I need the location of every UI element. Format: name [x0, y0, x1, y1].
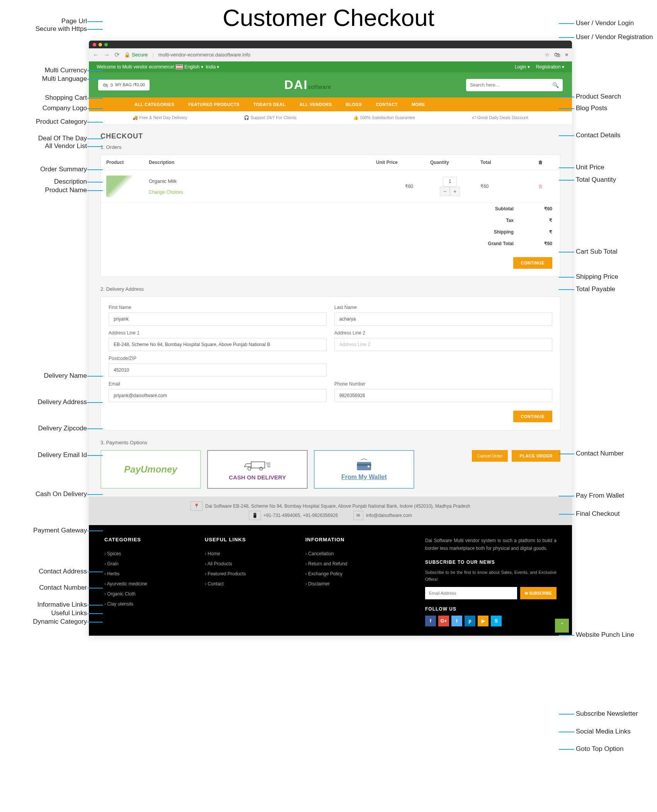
register-link[interactable]: Registration ▾ — [536, 64, 564, 70]
nav-all-vendors[interactable]: ALL VENDORS — [293, 97, 339, 111]
info-link[interactable]: Exchange Policy — [305, 569, 390, 579]
useful-link[interactable]: Featured Products — [205, 569, 290, 579]
social-icon[interactable]: t — [451, 616, 462, 626]
useful-link[interactable]: Contact — [205, 579, 290, 589]
category-link[interactable]: Clay utensils — [104, 599, 189, 609]
step1-title: 1. Orders — [100, 144, 560, 150]
subscribe-input[interactable] — [425, 587, 517, 599]
continue-orders-button[interactable]: CONTINUE — [513, 257, 552, 269]
annotation-label: Product Search — [576, 93, 621, 101]
shopping-cart[interactable]: 🛍 0 MY BAG /₹0.00 — [98, 80, 150, 90]
back-icon[interactable]: ← — [93, 51, 99, 58]
address2-input[interactable] — [334, 338, 552, 351]
annotation-label: Product Category — [36, 118, 87, 126]
annotation-label: Pay From Wallet — [576, 492, 624, 500]
goto-top-button[interactable]: ˄ — [555, 619, 569, 633]
cancel-order-button[interactable]: Cancel Order — [472, 450, 508, 462]
company-logo[interactable]: DAIsoftware — [284, 78, 332, 92]
footer-contact-strip: 📍 Dai Software EB-248, Scheme No 94, Bom… — [89, 496, 572, 525]
subscribe-heading: SUBSCRIBE TO OUR NEWS — [425, 560, 557, 565]
menu-icon[interactable]: ≡ — [565, 52, 568, 58]
annotation-label: Cart Sub Total — [576, 248, 617, 256]
social-icon[interactable]: S — [491, 616, 502, 626]
phone-icon: 📱 — [249, 511, 261, 520]
site-header: 🛍 0 MY BAG /₹0.00 DAIsoftware 🔍 — [89, 72, 572, 97]
nav-todays-deal[interactable]: TODAYS DEAL — [247, 97, 293, 111]
th-qty: Quantity — [425, 155, 475, 170]
product-search[interactable]: 🔍 — [466, 79, 563, 91]
annotation-label: Unit Price — [576, 164, 604, 171]
phone-input[interactable] — [334, 389, 552, 402]
social-icon[interactable]: f — [425, 616, 436, 626]
unit-price: ₹60 — [371, 170, 425, 203]
nav-contact[interactable]: CONTACT — [369, 97, 404, 111]
lastname-input[interactable] — [334, 312, 552, 326]
main-nav: ALL CATEGORIES FEATURED PRODUCTS TODAYS … — [89, 97, 572, 111]
info-link[interactable]: Return and Refund — [305, 559, 390, 569]
search-input[interactable] — [470, 82, 552, 88]
social-icon[interactable]: G+ — [438, 616, 449, 626]
login-link[interactable]: Login ▾ — [515, 64, 530, 70]
nav-featured[interactable]: FEATURED PRODUCTS — [181, 97, 246, 111]
useful-link[interactable]: Home — [205, 549, 290, 559]
email-input[interactable] — [109, 389, 327, 402]
payment-cod[interactable]: CASH ON DELIVERY — [207, 450, 308, 489]
category-link[interactable]: Spices — [104, 549, 189, 559]
nav-all-categories[interactable]: ALL CATEGORIES — [128, 97, 181, 111]
payment-payu[interactable]: PayUmoney — [100, 450, 201, 489]
annotation-label: Website Punch Line — [576, 631, 634, 639]
max-dot[interactable] — [104, 43, 108, 46]
phone-label: Phone Number — [334, 381, 552, 387]
min-dot[interactable] — [99, 43, 102, 46]
categories-heading: CATEGORIES — [104, 537, 189, 542]
remove-item-icon[interactable]: 🗑 — [538, 184, 543, 189]
annotation-label: Delivery Address — [37, 398, 87, 406]
nav-blogs[interactable]: BLOGS — [339, 97, 369, 111]
change-choices-link[interactable]: Change Choices — [149, 189, 365, 195]
useful-link[interactable]: All Products — [205, 559, 290, 569]
category-link[interactable]: Grain — [104, 559, 189, 569]
place-order-button[interactable]: PLACE ORDER — [512, 450, 560, 462]
zip-input[interactable] — [109, 363, 327, 377]
subscribe-button[interactable]: ✉ SUBSCRIBE — [520, 587, 557, 599]
info-link[interactable]: Disclaimer — [305, 579, 390, 589]
th-desc: Description — [143, 155, 371, 170]
nav-more[interactable]: MORE — [405, 97, 432, 111]
chevron-down-icon: ▾ — [201, 64, 203, 70]
qty-minus-button[interactable]: − — [440, 187, 450, 196]
close-dot[interactable] — [93, 43, 96, 46]
firstname-input[interactable] — [109, 312, 327, 326]
social-icon[interactable]: p — [465, 616, 475, 626]
category-link[interactable]: Ayurvedic medicine — [104, 579, 189, 589]
category-link[interactable]: Organic Cloth — [104, 589, 189, 599]
language-selector[interactable]: English ▾ — [184, 64, 203, 70]
qty-plus-button[interactable]: + — [450, 187, 460, 196]
address1-input[interactable] — [109, 338, 327, 351]
payment-wallet[interactable]: From My Wallet — [314, 450, 414, 489]
svg-point-1 — [248, 467, 251, 470]
cart-label: MY BAG /₹0.00 — [115, 82, 145, 87]
annotation-label: Multi Language — [42, 75, 87, 83]
useful-links-heading: USEFUL LINKS — [205, 537, 290, 542]
reload-icon[interactable]: ⟳ — [114, 51, 119, 58]
footer-about: Dai Software Multi vendor system is such… — [425, 537, 557, 626]
chevron-down-icon: ▾ — [217, 64, 219, 70]
continue-address-button[interactable]: CONTINUE — [513, 411, 552, 422]
product-image — [106, 176, 133, 197]
country-selector[interactable]: India ▾ — [206, 64, 219, 70]
category-link[interactable]: Herbs — [104, 569, 189, 579]
bag-icon: 🛍 — [103, 82, 108, 88]
subtotal-value: ₹60 — [521, 203, 560, 215]
annotation-label: Description — [54, 178, 87, 186]
star-icon[interactable]: ☆ — [545, 52, 550, 58]
info-link[interactable]: Cancellation — [305, 549, 390, 559]
social-icon[interactable]: ▶ — [478, 616, 488, 626]
subtotal-label: Subtotal — [475, 203, 521, 215]
product-name: Organic Milk — [149, 178, 365, 184]
annotation-label: Secure with Https — [36, 25, 87, 33]
extension-icon[interactable]: 🛍 — [554, 51, 560, 58]
annotation-label: Payment Gateway — [33, 527, 87, 534]
search-icon[interactable]: 🔍 — [552, 82, 559, 88]
tax-label: Tax — [475, 215, 521, 226]
forward-icon[interactable]: → — [104, 51, 110, 58]
